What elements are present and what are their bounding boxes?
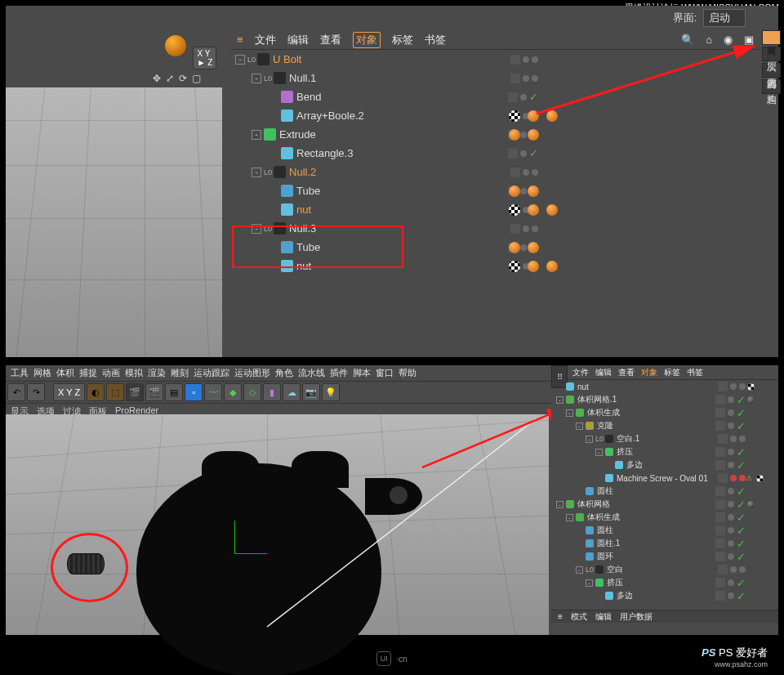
- generator-button[interactable]: ◆: [224, 383, 242, 401]
- material-tag[interactable]: [747, 501, 755, 508]
- material-tag[interactable]: [509, 261, 520, 272]
- attr-hamburger-icon[interactable]: ≡: [558, 612, 563, 621]
- expand-toggle[interactable]: -: [252, 130, 261, 140]
- tree-row[interactable]: 圆柱.1✓: [551, 537, 778, 550]
- camera-button[interactable]: 📷: [302, 383, 320, 401]
- expand-toggle[interactable]: -: [576, 566, 583, 574]
- side-tab-structure[interactable]: 构造: [762, 79, 781, 94]
- material-tag[interactable]: [546, 204, 558, 216]
- material-tag[interactable]: [509, 186, 520, 197]
- expand-toggle[interactable]: -: [252, 74, 261, 83]
- menu-item[interactable]: 网格: [33, 367, 51, 379]
- redo-button[interactable]: ↷: [27, 383, 45, 401]
- tree-row[interactable]: -体积网格✓: [551, 498, 778, 511]
- tree-row[interactable]: Machine Screw - Oval 01⚠: [551, 472, 778, 485]
- tree-row[interactable]: -L0空白.1: [551, 432, 778, 445]
- eye-icon[interactable]: ◉: [724, 34, 733, 46]
- material-tag[interactable]: [509, 204, 520, 216]
- material-tag[interactable]: [528, 204, 539, 216]
- tree-row[interactable]: 多边✓: [551, 458, 778, 472]
- menu-item[interactable]: 角色: [275, 367, 293, 379]
- tree-row[interactable]: nut: [551, 380, 778, 393]
- interface-dropdown[interactable]: 启动: [703, 9, 746, 27]
- material-tag[interactable]: [509, 110, 520, 122]
- tree-row[interactable]: Rectangle.3✓: [230, 144, 759, 163]
- tree-row[interactable]: nut: [230, 200, 759, 219]
- expand-toggle[interactable]: -: [566, 409, 573, 417]
- expand-toggle[interactable]: -: [586, 436, 593, 443]
- picture-viewer-button[interactable]: ▤: [165, 383, 183, 401]
- menu-item[interactable]: 模拟: [125, 367, 143, 379]
- menu-item[interactable]: 窗口: [376, 367, 394, 379]
- tool-a[interactable]: ◐: [87, 383, 105, 401]
- tree-row[interactable]: -Extrude✓: [230, 125, 759, 144]
- side-tab-layers[interactable]: 层次: [762, 47, 781, 61]
- om-hamburger-icon[interactable]: ≡: [237, 34, 243, 46]
- material-tag[interactable]: [528, 129, 539, 141]
- material-tag[interactable]: [546, 261, 558, 272]
- generator2-button[interactable]: ◇: [243, 383, 261, 401]
- cube-button[interactable]: ▫: [185, 383, 203, 401]
- expand-toggle[interactable]: -: [566, 514, 573, 521]
- side-tab-objects[interactable]: 对象: [762, 30, 781, 45]
- tree-row[interactable]: -克隆✓: [551, 419, 778, 432]
- tree-row[interactable]: -L0U Bolt: [230, 50, 759, 69]
- om2-object[interactable]: 对象: [641, 367, 657, 378]
- tree-row[interactable]: Tube✓: [230, 181, 759, 200]
- deformer-button[interactable]: ▮: [263, 383, 281, 401]
- tree-row[interactable]: -体积生成✓: [551, 511, 778, 524]
- menu-item[interactable]: 运动跟踪: [194, 367, 229, 379]
- tree-row[interactable]: 圆环✓: [551, 550, 778, 563]
- menu-item[interactable]: 动画: [102, 367, 120, 379]
- expand-toggle[interactable]: -: [576, 422, 583, 430]
- tree-row[interactable]: 多边✓: [551, 589, 778, 602]
- spline-button[interactable]: 〰: [204, 383, 222, 401]
- menu-item[interactable]: 雕刻: [171, 367, 189, 379]
- menu-file[interactable]: 文件: [255, 33, 276, 47]
- menu-tags[interactable]: 标签: [392, 33, 413, 47]
- om2-file[interactable]: 文件: [572, 367, 589, 378]
- expand-toggle[interactable]: -: [595, 449, 603, 456]
- attr-edit[interactable]: 编辑: [595, 611, 612, 623]
- material-tag[interactable]: [528, 110, 539, 122]
- orbit-icon[interactable]: ⟳: [179, 73, 187, 84]
- environment-button[interactable]: ☁: [283, 383, 301, 401]
- material-tag[interactable]: [509, 129, 520, 141]
- menu-edit[interactable]: 编辑: [287, 33, 309, 47]
- maximize-icon[interactable]: ▣: [744, 34, 754, 46]
- menu-item[interactable]: 体积: [56, 367, 74, 379]
- material-tag[interactable]: [528, 261, 539, 272]
- menu-bookmarks[interactable]: 书签: [425, 33, 446, 47]
- menu-item[interactable]: 捕捉: [79, 367, 97, 379]
- material-tag[interactable]: [509, 242, 520, 253]
- pan-icon[interactable]: ✥: [153, 73, 161, 84]
- home-icon[interactable]: ⌂: [706, 34, 712, 46]
- tree-row[interactable]: 圆柱✓: [551, 524, 778, 537]
- material-tag[interactable]: [747, 383, 755, 391]
- material-tag[interactable]: [528, 242, 539, 253]
- expand-toggle[interactable]: -: [556, 396, 564, 404]
- frame-icon[interactable]: ▢: [192, 73, 201, 84]
- attr-userdata[interactable]: 用户数据: [620, 611, 653, 623]
- search-icon[interactable]: 🔍: [681, 34, 694, 46]
- side-tab-browser[interactable]: 内容浏览器: [762, 63, 781, 78]
- material-tag[interactable]: [756, 475, 764, 482]
- tree-row[interactable]: -体积网格.1✓: [551, 393, 778, 406]
- material-tag[interactable]: [546, 110, 558, 122]
- menu-item[interactable]: 流水线: [298, 367, 325, 379]
- material-tag[interactable]: [528, 186, 539, 197]
- zoom-icon[interactable]: ⤢: [166, 73, 174, 84]
- menu-item[interactable]: 渲染: [148, 367, 166, 379]
- om2-bookmarks[interactable]: 书签: [687, 367, 703, 378]
- expand-toggle[interactable]: -: [586, 579, 593, 587]
- om2-view[interactable]: 查看: [618, 367, 635, 378]
- menu-item[interactable]: 工具: [11, 367, 29, 379]
- menu-object[interactable]: 对象: [353, 32, 381, 48]
- menu-item[interactable]: 帮助: [399, 367, 416, 379]
- menu-item[interactable]: 运动图形: [234, 367, 270, 379]
- expand-toggle[interactable]: -: [235, 55, 245, 65]
- expand-toggle[interactable]: -: [556, 501, 564, 508]
- render-settings-button[interactable]: 🎬: [145, 383, 163, 401]
- light-button[interactable]: 💡: [322, 383, 340, 401]
- om2-tags[interactable]: 标签: [664, 367, 680, 378]
